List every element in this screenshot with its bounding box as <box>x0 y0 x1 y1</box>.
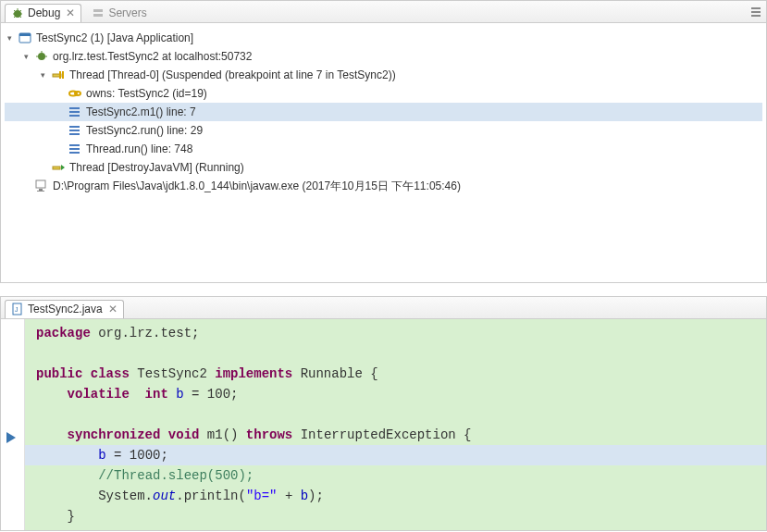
tree-label: org.lrz.test.TestSync2 at localhost:5073… <box>53 47 252 66</box>
tree-label: TestSync2.run() line: 29 <box>86 121 203 140</box>
editor-gutter[interactable] <box>1 319 25 530</box>
tree-label: TestSync2.m1() line: 7 <box>86 103 196 121</box>
svg-rect-29 <box>69 133 80 135</box>
debug-target-icon <box>34 49 49 64</box>
tab-debug[interactable]: Debug ✕ <box>5 4 81 22</box>
tab-servers[interactable]: Servers <box>85 4 153 22</box>
svg-rect-10 <box>751 7 761 9</box>
svg-rect-33 <box>53 167 60 169</box>
close-icon[interactable]: ✕ <box>66 6 75 19</box>
tab-label: Servers <box>108 6 146 19</box>
svg-rect-28 <box>69 130 80 131</box>
svg-rect-11 <box>751 11 761 13</box>
editor-tabbar: J TestSync2.java ✕ <box>1 297 766 319</box>
tab-file[interactable]: J TestSync2.java ✕ <box>5 300 124 318</box>
expand-icon[interactable]: ▾ <box>5 29 14 47</box>
code-area: package org.lrz.test; public class TestS… <box>1 319 766 530</box>
svg-rect-12 <box>751 15 761 17</box>
svg-rect-35 <box>36 180 45 188</box>
debug-tree[interactable]: ▾ TestSync2 (1) [Java Application] ▾ org… <box>1 23 766 282</box>
servers-icon <box>92 6 105 19</box>
view-menu-icon[interactable] <box>749 6 762 19</box>
tree-row-frame2[interactable]: ▾ TestSync2.run() line: 29 <box>5 121 762 140</box>
stackframe-icon <box>68 123 82 138</box>
java-app-icon <box>18 31 32 45</box>
tree-row-app[interactable]: ▾ TestSync2 (1) [Java Application] <box>5 29 762 47</box>
java-file-icon: J <box>11 303 24 315</box>
tab-label: TestSync2.java <box>28 303 103 315</box>
tree-label: Thread.run() line: 748 <box>86 140 192 158</box>
tree-row-thread1[interactable]: ▾ Thread [DestroyJavaVM] (Running) <box>5 158 762 177</box>
svg-line-5 <box>19 10 21 12</box>
lock-owned-icon <box>68 86 82 101</box>
svg-point-15 <box>38 53 45 60</box>
thread-running-icon <box>51 160 66 175</box>
tree-label: Thread [Thread-0] (Suspended (breakpoint… <box>69 66 396 84</box>
execution-pointer-icon <box>5 430 18 445</box>
tab-label: Debug <box>28 6 60 19</box>
tree-row-process[interactable]: ▾ D:\Program Files\Java\jdk1.8.0_144\bin… <box>5 177 762 195</box>
svg-rect-14 <box>19 33 31 36</box>
svg-marker-34 <box>61 165 65 170</box>
debug-view: Debug ✕ Servers ▾ TestSync2 (1) [Java Ap… <box>0 0 767 283</box>
code-line: } <box>25 506 766 526</box>
code-line: public class TestSync2 implements Runnab… <box>25 364 766 384</box>
svg-rect-25 <box>69 111 80 113</box>
expand-icon[interactable]: ▾ <box>38 66 47 84</box>
tree-label: Thread [DestroyJavaVM] (Running) <box>69 158 244 177</box>
stackframe-icon <box>68 105 82 119</box>
svg-marker-40 <box>6 432 16 443</box>
svg-rect-30 <box>69 144 80 146</box>
code-line: package org.lrz.test; <box>25 323 766 343</box>
svg-rect-37 <box>37 191 44 192</box>
svg-rect-27 <box>69 126 80 128</box>
svg-rect-24 <box>69 107 80 109</box>
svg-rect-26 <box>69 115 80 117</box>
svg-rect-9 <box>93 14 103 17</box>
tree-row-frame1[interactable]: ▾ TestSync2.m1() line: 7 <box>5 103 762 121</box>
code-line: synchronized void m1() throws Interrupte… <box>25 425 766 445</box>
svg-line-4 <box>14 10 16 12</box>
svg-text:J: J <box>15 306 19 313</box>
bug-icon <box>11 6 24 19</box>
code-line <box>25 343 766 364</box>
svg-rect-21 <box>59 71 61 79</box>
code-line: //Thread.sleep(500); <box>25 465 766 486</box>
expand-icon[interactable]: ▾ <box>21 47 31 66</box>
tree-label: D:\Program Files\Java\jdk1.8.0_144\bin\j… <box>53 177 461 195</box>
svg-rect-8 <box>93 9 103 12</box>
tree-label: owns: TestSync2 (id=19) <box>86 84 207 103</box>
code-line <box>25 404 766 425</box>
thread-suspended-icon <box>51 68 66 82</box>
svg-rect-31 <box>69 148 80 150</box>
close-icon[interactable]: ✕ <box>108 303 118 315</box>
code-line: volatile int b = 100; <box>25 384 766 404</box>
svg-rect-36 <box>39 189 43 191</box>
tree-row-owns[interactable]: ▾ owns: TestSync2 (id=19) <box>5 84 762 103</box>
tree-row-frame3[interactable]: ▾ Thread.run() line: 748 <box>5 140 762 158</box>
debug-tabbar: Debug ✕ Servers <box>1 1 766 23</box>
process-icon <box>34 179 49 193</box>
tree-row-target[interactable]: ▾ org.lrz.test.TestSync2 at localhost:50… <box>5 47 762 66</box>
svg-line-6 <box>14 16 16 18</box>
source-code[interactable]: package org.lrz.test; public class TestS… <box>25 319 766 530</box>
svg-rect-32 <box>69 152 80 154</box>
tree-label: TestSync2 (1) [Java Application] <box>36 29 193 47</box>
stackframe-icon <box>68 142 82 156</box>
code-line: System.out.println("b=" + b); <box>25 486 766 506</box>
tree-row-thread0[interactable]: ▾ Thread [Thread-0] (Suspended (breakpoi… <box>5 66 762 84</box>
editor-view: J TestSync2.java ✕ package org.lrz.test;… <box>0 296 767 531</box>
svg-rect-20 <box>62 71 64 79</box>
code-line-current: b = 1000; <box>25 445 766 465</box>
svg-line-7 <box>19 16 21 18</box>
